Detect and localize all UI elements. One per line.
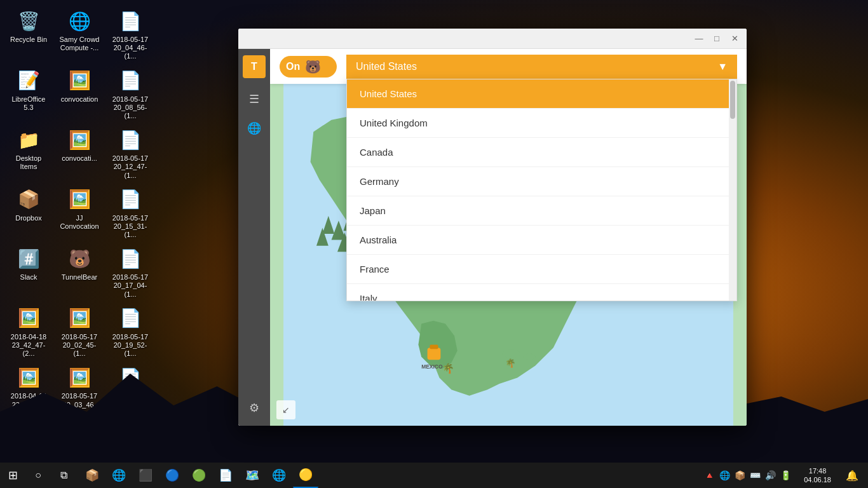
country-option-0[interactable]: United States — [347, 79, 736, 109]
desktop-icon-file9[interactable]: 🖼️ 2018-04-18 23_45_21-(2... — [6, 363, 51, 419]
svg-text:🌴: 🌴 — [505, 358, 516, 369]
convocation-icon: 🖼️ — [67, 68, 92, 93]
globe-icon: 🌐 — [247, 121, 261, 135]
desktop: 🗑️ Recycle Bin 🌐 Samy Crowd Compute -...… — [0, 0, 868, 488]
tray-chevron[interactable]: 🔺 — [703, 469, 716, 482]
desktop-icons-area: 🗑️ Recycle Bin 🌐 Samy Crowd Compute -...… — [3, 3, 159, 423]
jj-label: JJ Convocation — [59, 214, 100, 231]
desktop-icon-file6[interactable]: 🖼️ 2018-04-18 23_42_47-(2... — [6, 304, 51, 360]
settings-button[interactable]: ⚙ — [243, 396, 266, 419]
collapse-icon: ↙ — [282, 405, 290, 415]
svg-rect-20 — [430, 345, 438, 349]
taskbar-map[interactable]: 🗺️ — [240, 463, 265, 488]
file8-label: 2018-05-17 20_19_52-(1... — [110, 333, 151, 358]
country-selected[interactable]: United States ▼ — [346, 55, 737, 79]
file10-label: 2018-05-17 20_03_46-(1... — [59, 392, 100, 417]
close-button[interactable]: ✕ — [726, 30, 743, 48]
tray-network[interactable]: 🌐 — [718, 469, 731, 482]
desktop-icon-dropbox[interactable]: 📦 Dropbox — [6, 185, 51, 241]
tray-dropbox[interactable]: 📦 — [733, 469, 747, 482]
toggle-bar: On 🐻 United States ▼ United States Unite… — [270, 49, 747, 84]
country-option-6[interactable]: France — [347, 255, 736, 284]
file7-label: 2018-05-17 20_02_45-(1... — [59, 333, 100, 358]
tray-volume[interactable]: 🔊 — [764, 469, 777, 482]
file3-label: 2018-05-17 20_12_47-(1... — [110, 154, 151, 180]
country-option-4[interactable]: Japan — [347, 196, 736, 226]
tunnelbear-window: — □ ✕ T ☰ 🌐 ⚙ — [238, 29, 747, 426]
taskbar-clock[interactable]: 17:48 04.06.18 — [799, 466, 836, 485]
notification-button[interactable]: 🔔 — [839, 463, 865, 488]
file5-label: 2018-05-17 20_17_04-(1... — [110, 273, 151, 299]
dropbox-icon: 📦 — [16, 187, 41, 212]
minimize-button[interactable]: — — [690, 30, 708, 48]
tray-keyboard[interactable]: ⌨️ — [749, 469, 762, 482]
taskbar-blue[interactable]: 🔵 — [159, 463, 185, 488]
svg-text:🌴: 🌴 — [442, 363, 454, 374]
jj-icon: 🖼️ — [67, 187, 92, 212]
tray-battery[interactable]: 🔋 — [779, 469, 792, 482]
clock-date: 04.06.18 — [804, 475, 831, 484]
country-option-3[interactable]: Germany — [347, 167, 736, 196]
desktop-icon-libreoffice[interactable]: 📝 LibreOffice 5.3 — [6, 66, 51, 123]
system-tray: 🔺 🌐 📦 ⌨️ 🔊 🔋 — [700, 469, 796, 482]
desktop-icon-file11[interactable]: 📄 2018-05-17 20_21_36-(1... — [108, 363, 153, 419]
selected-country-label: United States — [356, 61, 417, 72]
folder-icon: 📁 — [16, 127, 41, 152]
desktop-icon-convocation[interactable]: 🖼️ convocation — [57, 66, 102, 123]
file6-icon: 🖼️ — [16, 306, 41, 331]
libreoffice-icon: 📝 — [16, 68, 41, 93]
desktop-icon-slack[interactable]: #️⃣ Slack — [6, 244, 51, 301]
desktop-icon-recycle-bin[interactable]: 🗑️ Recycle Bin — [6, 6, 51, 63]
dropdown-scrollbar[interactable] — [729, 79, 736, 301]
taskbar-chrome2[interactable]: 🌐 — [266, 463, 292, 488]
taskbar-doc[interactable]: 📄 — [213, 463, 238, 488]
country-option-7[interactable]: Italy — [347, 284, 736, 301]
taskbar-right: 🔺 🌐 📦 ⌨️ 🔊 🔋 17:48 04.06.18 🔔 — [700, 463, 868, 488]
search-button[interactable]: ○ — [25, 463, 51, 488]
task-view-button[interactable]: ⧉ — [51, 463, 76, 488]
slack-label: Slack — [20, 273, 37, 281]
window-titlebar: — □ ✕ — [238, 29, 747, 49]
desktop-icon-file7[interactable]: 🖼️ 2018-05-17 20_02_45-(1... — [57, 304, 102, 360]
task-view-icon: ⧉ — [60, 470, 67, 481]
chrome-icon: 🌐 — [67, 8, 92, 34]
country-option-1[interactable]: United Kingdom — [347, 109, 736, 138]
file1-icon: 📄 — [118, 8, 143, 34]
desktop-icon-file1[interactable]: 📄 2018-05-17 20_04_46-(1... — [108, 6, 153, 63]
desktop-icon-file10[interactable]: 🖼️ 2018-05-17 20_03_46-(1... — [57, 363, 102, 419]
svg-point-23 — [524, 354, 536, 360]
file11-label: 2018-05-17 20_21_36-(1... — [110, 392, 151, 417]
desktop-icon-file2[interactable]: 📄 2018-05-17 20_08_56-(1... — [108, 66, 153, 123]
desktop-icon-file8[interactable]: 📄 2018-05-17 20_19_52-(1... — [108, 304, 153, 360]
desktop-icon-chrome[interactable]: 🌐 Samy Crowd Compute -... — [57, 6, 102, 63]
notification-icon: 🔔 — [846, 470, 858, 482]
desktop-icon-convocation2[interactable]: 🖼️ convocati... — [57, 125, 102, 182]
vpn-toggle[interactable]: On 🐻 — [280, 56, 337, 78]
taskbar-green[interactable]: 🟢 — [186, 463, 212, 488]
country-option-5[interactable]: Australia — [347, 226, 736, 255]
maximize-button[interactable]: □ — [708, 30, 726, 48]
taskbar-dropbox[interactable]: 📦 — [79, 463, 105, 488]
svg-point-22 — [503, 349, 520, 358]
desktop-icon-file4[interactable]: 📄 2018-05-17 20_15_31-(1... — [108, 185, 153, 241]
recycle-bin-icon: 🗑️ — [16, 8, 41, 34]
start-button[interactable]: ⊞ — [0, 463, 25, 488]
taskbar-tunnelbear-active[interactable]: 🟡 — [293, 463, 318, 488]
menu-button[interactable]: ☰ — [243, 88, 266, 111]
file6-label: 2018-04-18 23_42_47-(2... — [8, 333, 49, 358]
country-option-2[interactable]: Canada — [347, 138, 736, 167]
collapse-button[interactable]: ↙ — [276, 400, 295, 419]
desktop-icon-folder[interactable]: 📁 Desktop Items — [6, 125, 51, 182]
menu-icon: ☰ — [249, 92, 259, 106]
globe-button[interactable]: 🌐 — [243, 117, 266, 140]
file2-icon: 📄 — [118, 68, 143, 93]
taskbar-chrome[interactable]: 🌐 — [106, 463, 132, 488]
taskbar-circle[interactable]: ⬛ — [133, 463, 158, 488]
file7-icon: 🖼️ — [67, 306, 92, 331]
desktop-icon-file3[interactable]: 📄 2018-05-17 20_12_47-(1... — [108, 125, 153, 182]
convocation2-icon: 🖼️ — [67, 127, 92, 152]
desktop-icon-file5[interactable]: 📄 2018-05-17 20_17_04-(1... — [108, 244, 153, 301]
desktop-icon-jj[interactable]: 🖼️ JJ Convocation — [57, 185, 102, 241]
desktop-icon-tunnelbear[interactable]: 🐻 TunnelBear — [57, 244, 102, 301]
tunnelbear-logo[interactable]: T — [243, 55, 266, 78]
